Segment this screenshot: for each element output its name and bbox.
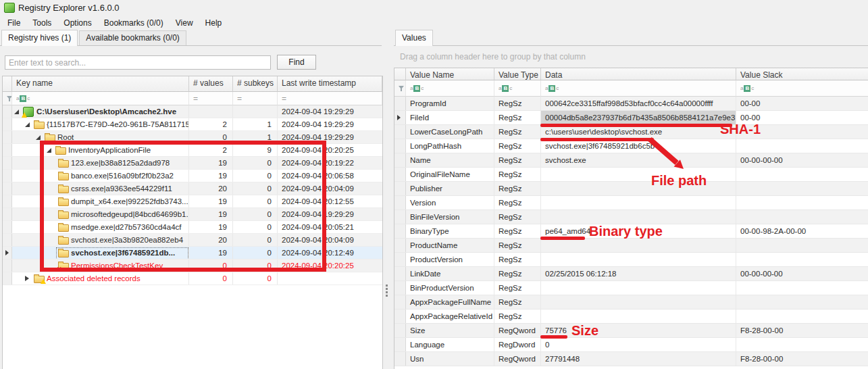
value-name-cell[interactable]: FileId [406, 111, 494, 124]
key-name-cell[interactable]: {11517B7C-E79D-4e20-961B-75A811715... [12, 118, 189, 130]
value-name-cell[interactable]: LowerCaseLongPath [406, 125, 494, 139]
menu-item-file[interactable]: File [1, 16, 26, 30]
data-cell[interactable] [541, 182, 736, 195]
value-slack-cell[interactable] [736, 239, 868, 252]
value-name-cell[interactable]: ProductName [406, 239, 494, 252]
data-cell[interactable] [541, 295, 736, 309]
menu-item-bookmarks[interactable]: Bookmarks (0/0) [98, 16, 170, 30]
tree-row[interactable]: Associated deleted records00 [3, 272, 382, 285]
value-slack-cell[interactable]: 00-00-00-00 [736, 267, 868, 280]
key-name-cell[interactable]: C:\Users\user\Desktop\Amcache2.hve [12, 105, 189, 118]
filter-cell[interactable]: aBc [406, 80, 494, 97]
value-type-cell[interactable]: RegSz [494, 153, 541, 167]
value-slack-cell[interactable] [736, 310, 868, 323]
filter-cell[interactable]: aBc [12, 92, 189, 105]
value-name-cell[interactable]: LongPathHash [406, 139, 494, 153]
table-row[interactable]: BinFileVersionRegSz [394, 210, 868, 224]
panel-splitter-handle[interactable] [386, 285, 388, 287]
value-name-cell[interactable]: BinProductVersion [406, 281, 494, 295]
value-type-cell[interactable]: RegSz [494, 97, 541, 110]
data-cell[interactable] [541, 310, 736, 323]
table-row[interactable]: FileIdRegSz00004db5a8e237937b6d7b435a850… [394, 111, 868, 125]
value-slack-cell[interactable] [736, 210, 868, 224]
table-row[interactable]: BinProductVersionRegSz [394, 281, 868, 295]
filter-cell[interactable]: = [278, 92, 382, 105]
value-name-cell[interactable]: Size [406, 324, 494, 337]
value-name-cell[interactable]: Usn [406, 352, 494, 366]
column-header[interactable]: # subkeys [233, 76, 278, 92]
data-cell[interactable]: svchost.exe|3f67485921db6c5b [541, 139, 736, 153]
table-row[interactable]: LongPathHashRegSzsvchost.exe|3f67485921d… [394, 139, 868, 153]
menu-item-view[interactable]: View [170, 16, 199, 30]
value-type-cell[interactable]: RegSz [494, 281, 541, 295]
group-by-bar[interactable]: Drag a column header here to group by th… [394, 46, 868, 68]
funnel-icon[interactable] [399, 85, 405, 92]
num-values-cell[interactable]: 2 [189, 118, 233, 130]
expander-icon[interactable] [36, 135, 41, 140]
column-header[interactable]: Value Name [406, 68, 494, 80]
search-input[interactable] [5, 55, 271, 70]
data-cell[interactable]: 000642ce3315ffaf998d53bfacf0cc4c64a00000… [541, 97, 736, 110]
data-cell[interactable]: 75776 [541, 324, 736, 337]
value-type-cell[interactable]: RegSz [494, 196, 541, 210]
data-cell[interactable]: c:\users\user\desktop\svchost.exe [541, 125, 736, 139]
value-name-cell[interactable]: BinaryType [406, 224, 494, 238]
data-cell[interactable] [541, 239, 736, 252]
value-slack-cell[interactable] [736, 281, 868, 295]
expander-icon[interactable] [25, 122, 30, 127]
data-cell[interactable] [541, 196, 736, 210]
filter-cell[interactable]: = [233, 92, 278, 105]
table-row[interactable]: UsnRegQword27791448F8-28-00-00 [394, 352, 868, 366]
num-subkeys-cell[interactable] [233, 105, 278, 118]
filter-cell[interactable]: aBc [736, 80, 868, 97]
value-type-cell[interactable]: RegSz [494, 111, 541, 124]
value-slack-cell[interactable] [736, 139, 868, 153]
table-row[interactable]: AppxPackageRelativeIdRegSz [394, 310, 868, 324]
table-row[interactable]: NameRegSzsvchost.exe00-00-00-00 [394, 153, 868, 168]
value-name-cell[interactable]: AppxPackageRelativeId [406, 310, 494, 323]
key-name-cell[interactable]: Associated deleted records [12, 272, 189, 285]
value-type-cell[interactable]: RegSz [494, 125, 541, 139]
table-row[interactable]: AppxPackageFullNameRegSz [394, 295, 868, 310]
value-slack-cell[interactable] [736, 338, 868, 351]
table-row[interactable]: ProductNameRegSz [394, 239, 868, 253]
expander-icon[interactable] [25, 276, 29, 281]
column-header[interactable]: Last write timestamp [278, 76, 382, 92]
data-cell[interactable]: 27791448 [541, 352, 736, 366]
tab-available-bookmarks[interactable]: Available bookmarks (0/0) [79, 30, 186, 45]
last-write-cell[interactable] [278, 272, 382, 285]
value-type-cell[interactable]: RegSz [494, 295, 541, 309]
data-cell[interactable] [541, 168, 736, 181]
table-row[interactable]: SizeRegQword75776F8-28-00-00 [394, 324, 868, 338]
value-slack-cell[interactable]: F8-28-00-00 [736, 352, 868, 366]
data-cell[interactable]: 02/25/2015 06:12:18 [541, 267, 736, 280]
value-slack-cell[interactable]: 00-00-98-2A-00-00 [736, 224, 868, 238]
value-slack-cell[interactable] [736, 168, 868, 181]
value-name-cell[interactable]: AppxPackageFullName [406, 295, 494, 309]
value-slack-cell[interactable] [736, 182, 868, 195]
last-write-cell[interactable]: 2024-09-04 19:29:29 [278, 105, 382, 118]
funnel-icon[interactable] [7, 95, 11, 102]
value-type-cell[interactable]: RegSz [494, 253, 541, 266]
value-name-cell[interactable]: Publisher [406, 182, 494, 195]
tab-values[interactable]: Values [395, 30, 433, 46]
tree-row[interactable]: {11517B7C-E79D-4e20-961B-75A811715...212… [3, 118, 382, 131]
value-name-cell[interactable]: Version [406, 196, 494, 210]
table-row[interactable]: LowerCaseLongPathRegSzc:\users\user\desk… [394, 125, 868, 139]
value-type-cell[interactable]: RegSz [494, 224, 541, 238]
table-row[interactable]: ProgramIdRegSz000642ce3315ffaf998d53bfac… [394, 97, 868, 111]
data-cell[interactable]: 0 [541, 338, 736, 351]
data-cell[interactable] [541, 281, 736, 295]
menu-item-tools[interactable]: Tools [26, 16, 57, 30]
num-subkeys-cell[interactable]: 0 [233, 272, 278, 285]
equals-filter-icon[interactable]: = [237, 94, 242, 103]
value-slack-cell[interactable]: F8-28-00-00 [736, 324, 868, 337]
value-type-cell[interactable]: RegQword [494, 324, 541, 337]
menu-item-help[interactable]: Help [199, 16, 228, 30]
num-values-cell[interactable] [189, 105, 233, 118]
table-row[interactable]: ProductVersionRegSz [394, 253, 868, 267]
menu-item-options[interactable]: Options [57, 16, 97, 30]
value-type-cell[interactable]: RegSz [494, 310, 541, 323]
column-header[interactable]: Value Slack [736, 68, 868, 80]
value-slack-cell[interactable] [736, 295, 868, 309]
